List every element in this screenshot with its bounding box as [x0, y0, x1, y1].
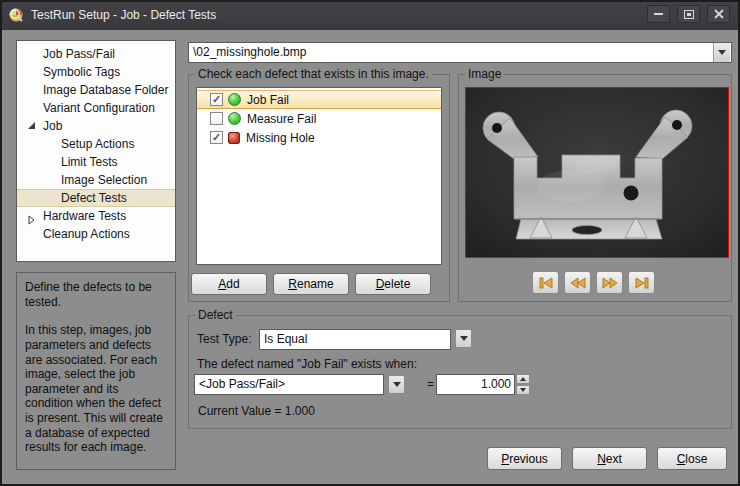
condition-label: The defect named "Job Fail" exists when: — [197, 357, 417, 371]
minimize-icon — [654, 13, 663, 15]
threshold-value: 1.000 — [437, 375, 514, 394]
defect-row-measure-fail[interactable]: Measure Fail — [197, 109, 441, 128]
sidebar-nav: Job Pass/Fail Symbolic Tags Image Databa… — [16, 40, 176, 262]
sidebar-item-job-pass-fail[interactable]: Job Pass/Fail — [17, 45, 175, 63]
test-type-label: Test Type: — [197, 329, 251, 350]
image-file-combobox[interactable]: \02_missinghole.bmp — [188, 42, 732, 63]
window-controls — [647, 5, 730, 23]
chevron-down-icon — [460, 336, 468, 341]
sidebar-item-variant-configuration[interactable]: Variant Configuration — [17, 99, 175, 117]
image-group: Image — [458, 74, 732, 302]
sidebar-item-cleanup-actions[interactable]: Cleanup Actions — [17, 225, 175, 243]
defect-listbox[interactable]: ✓ Job Fail Measure Fail ✓ Missing Hole — [196, 87, 442, 265]
chevron-down-icon — [393, 382, 401, 387]
next-image-button[interactable] — [596, 271, 623, 294]
defect-label: Missing Hole — [246, 131, 315, 145]
defect-row-job-fail[interactable]: ✓ Job Fail — [197, 90, 441, 109]
spin-down-button[interactable] — [516, 385, 530, 395]
checkbox-checked[interactable]: ✓ — [210, 93, 223, 106]
test-type-value: Is Equal — [260, 330, 450, 349]
maximize-button[interactable] — [677, 5, 700, 23]
current-value-label: Current Value = 1.000 — [198, 404, 315, 418]
threshold-spinner — [516, 374, 530, 395]
spin-up-button[interactable] — [516, 374, 530, 384]
check-icon: ✓ — [212, 94, 221, 105]
defect-checklist-group: Check each defect that exists in this im… — [188, 74, 450, 302]
fast-forward-icon — [602, 277, 618, 289]
defect-label: Measure Fail — [247, 112, 316, 126]
sidebar-item-symbolic-tags[interactable]: Symbolic Tags — [17, 63, 175, 81]
close-step-button[interactable]: Close — [657, 447, 727, 470]
sidebar-item-job[interactable]: Job — [17, 117, 175, 135]
add-button[interactable]: Add — [191, 273, 267, 295]
parameter-combobox[interactable]: <Job Pass/Fail> — [194, 374, 384, 395]
step-description: Define the defects to be tested. In this… — [16, 272, 176, 470]
maximize-icon — [684, 10, 694, 19]
last-image-button[interactable] — [628, 271, 655, 294]
tree-expanded-icon[interactable] — [28, 122, 35, 129]
rewind-icon — [570, 277, 586, 289]
green-circle-icon — [228, 93, 241, 106]
file-dropdown-button[interactable] — [713, 43, 730, 62]
image-file-value: \02_missinghole.bmp — [189, 43, 731, 62]
skip-first-icon — [538, 277, 554, 289]
description-paragraph-2: In this step, images, job parameters and… — [25, 323, 167, 455]
group-title-image: Image — [465, 67, 504, 81]
sidebar-item-hardware-tests[interactable]: Hardware Tests — [17, 207, 175, 225]
defect-condition-group: Defect Test Type: Is Equal The defect na… — [188, 315, 732, 429]
sidebar-item-limit-tests[interactable]: Limit Tests — [17, 153, 175, 171]
app-icon — [8, 7, 24, 23]
check-icon: ✓ — [212, 132, 221, 143]
chevron-down-icon — [520, 388, 526, 392]
test-type-dropdown-button[interactable] — [455, 329, 472, 348]
next-button[interactable]: Next — [572, 447, 647, 470]
checkbox-checked[interactable]: ✓ — [210, 131, 223, 144]
group-title-checklist: Check each defect that exists in this im… — [195, 67, 432, 81]
parameter-value: <Job Pass/Fail> — [195, 375, 383, 394]
defect-label: Job Fail — [247, 93, 289, 107]
checkbox-unchecked[interactable] — [210, 112, 223, 125]
threshold-input[interactable]: 1.000 — [436, 374, 515, 395]
sidebar-item-image-database-folder[interactable]: Image Database Folder — [17, 81, 175, 99]
sidebar-item-label: Job — [43, 119, 62, 133]
close-button[interactable] — [707, 5, 730, 23]
previous-button[interactable]: Previous — [487, 447, 562, 470]
sidebar-item-image-selection[interactable]: Image Selection — [17, 171, 175, 189]
defect-row-missing-hole[interactable]: ✓ Missing Hole — [197, 128, 441, 147]
green-circle-icon — [228, 112, 241, 125]
description-paragraph-1: Define the defects to be tested. — [25, 280, 167, 309]
sidebar-item-label: Hardware Tests — [43, 209, 126, 223]
parameter-dropdown-button[interactable] — [388, 375, 405, 394]
delete-button[interactable]: Delete — [355, 273, 431, 295]
sidebar-item-defect-tests[interactable]: Defect Tests — [17, 189, 175, 207]
chevron-down-icon — [718, 50, 726, 55]
titlebar[interactable]: TestRun Setup - Job - Defect Tests — [0, 0, 740, 30]
previous-image-button[interactable] — [564, 271, 591, 294]
testrun-setup-window: TestRun Setup - Job - Defect Tests Job P… — [0, 0, 740, 486]
group-title-defect: Defect — [195, 308, 236, 322]
inspection-image — [465, 87, 729, 258]
red-square-icon — [228, 132, 240, 144]
first-image-button[interactable] — [532, 271, 559, 294]
window-title: TestRun Setup - Job - Defect Tests — [31, 8, 216, 22]
chevron-up-icon — [520, 377, 526, 381]
test-type-combobox[interactable]: Is Equal — [259, 329, 451, 350]
rename-button[interactable]: Rename — [273, 273, 349, 295]
operator-label: = — [427, 374, 434, 395]
image-nav-buttons — [532, 271, 655, 294]
sidebar-item-setup-actions[interactable]: Setup Actions — [17, 135, 175, 153]
minimize-button[interactable] — [647, 5, 670, 23]
skip-last-icon — [634, 277, 650, 289]
close-icon — [714, 9, 724, 19]
